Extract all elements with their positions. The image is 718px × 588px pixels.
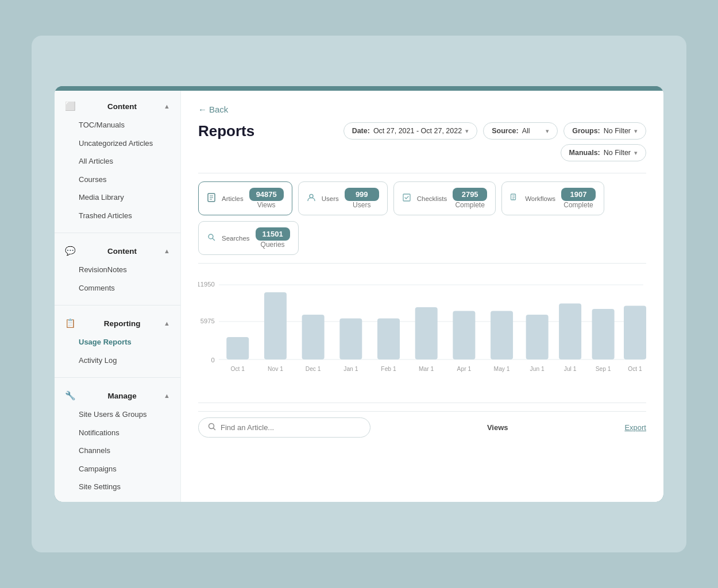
checklists-label: Checklists — [417, 195, 447, 202]
sidebar-item-notifications[interactable]: Notifications — [55, 424, 180, 442]
sidebar-section-reporting-label: Reporting — [104, 319, 141, 328]
top-bar — [55, 86, 663, 91]
svg-text:Mar 1: Mar 1 — [419, 366, 434, 372]
svg-rect-28 — [526, 315, 549, 359]
sidebar-header-content2[interactable]: 💬 Content ▲ — [55, 241, 180, 261]
articles-sublabel: Views — [249, 201, 284, 209]
main-content: ← Back Reports Date: Oct 27, 2021 - Oct … — [181, 91, 663, 502]
chevron-up-icon3: ▲ — [164, 320, 170, 327]
sidebar: ⬜ Content ▲ TOC/Manuals Uncategorized Ar… — [55, 91, 181, 502]
stats-row: Articles 94875 Views — [198, 181, 646, 255]
svg-rect-31 — [624, 306, 646, 360]
source-filter[interactable]: Source: All ▾ — [483, 122, 558, 140]
users-icon — [307, 193, 316, 204]
stat-card-searches[interactable]: Searches 11501 Queries — [198, 221, 299, 255]
svg-text:Sep 1: Sep 1 — [596, 366, 611, 372]
groups-filter[interactable]: Groups: No Filter ▾ — [563, 122, 646, 140]
stat-card-users[interactable]: Users 999 Users — [298, 181, 388, 215]
svg-text:Apr 1: Apr 1 — [457, 366, 472, 372]
sidebar-item-site-settings[interactable]: Site Settings — [55, 478, 180, 496]
articles-label: Articles — [222, 195, 244, 202]
svg-rect-20 — [226, 337, 249, 359]
search-wrapper[interactable] — [198, 417, 370, 438]
header-row: Reports Date: Oct 27, 2021 - Oct 27, 202… — [198, 122, 646, 161]
sidebar-item-channels[interactable]: Channels — [55, 442, 180, 460]
manage-icon: 🔧 — [65, 390, 76, 401]
sidebar-item-campaigns[interactable]: Campaigns — [55, 460, 180, 478]
stat-card-checklists[interactable]: Checklists 2795 Complete — [393, 181, 496, 215]
filters-group: Date: Oct 27, 2021 - Oct 27, 2022 ▾ Sour… — [343, 122, 646, 161]
svg-rect-29 — [559, 304, 581, 360]
sidebar-item-comments[interactable]: Comments — [55, 279, 180, 297]
sidebar-header-manage[interactable]: 🔧 Manage ▲ — [55, 386, 180, 405]
sidebar-header-content[interactable]: ⬜ Content ▲ — [55, 96, 180, 116]
sidebar-section-content-label: Content — [107, 102, 137, 111]
divider2 — [55, 305, 180, 305]
export-link[interactable]: Export — [624, 423, 646, 432]
sidebar-section-content2: 💬 Content ▲ RevisionNotes Comments — [55, 235, 180, 303]
chevron-down-icon: ▾ — [465, 127, 469, 135]
users-sublabel: Users — [345, 201, 379, 209]
app-shell: ⬜ Content ▲ TOC/Manuals Uncategorized Ar… — [55, 86, 663, 502]
back-arrow-icon: ← — [198, 105, 207, 114]
sidebar-item-trashed-articles[interactable]: Trashed Articles — [55, 207, 180, 225]
svg-text:Jun 1: Jun 1 — [530, 366, 545, 372]
outer-wrapper: ⬜ Content ▲ TOC/Manuals Uncategorized Ar… — [32, 36, 686, 552]
page-title: Reports — [198, 122, 254, 140]
workflows-sublabel: Complete — [561, 201, 596, 209]
sidebar-item-courses[interactable]: Courses — [55, 171, 180, 189]
filters-row-1: Date: Oct 27, 2021 - Oct 27, 2022 ▾ Sour… — [343, 122, 646, 140]
svg-text:Dec 1: Dec 1 — [306, 366, 321, 372]
chevron-down-icon4: ▾ — [634, 149, 638, 157]
stat-card-articles[interactable]: Articles 94875 Views — [198, 181, 292, 215]
divider-after-header — [198, 173, 646, 173]
chevron-up-icon4: ▲ — [164, 392, 170, 399]
search-input[interactable] — [221, 423, 361, 432]
sidebar-item-uncategorized-articles[interactable]: Uncategorized Articles — [55, 134, 180, 153]
back-link[interactable]: ← Back — [198, 105, 646, 114]
chevron-up-icon2: ▲ — [164, 247, 170, 254]
svg-text:5975: 5975 — [200, 318, 215, 324]
sidebar-item-media-library[interactable]: Media Library — [55, 188, 180, 207]
svg-text:Jul 1: Jul 1 — [564, 366, 577, 372]
date-filter-value: Oct 27, 2021 - Oct 27, 2022 — [373, 127, 462, 135]
back-label: Back — [209, 105, 228, 114]
date-filter-label: Date: — [352, 127, 370, 135]
sidebar-section-content2-label: Content — [107, 247, 137, 256]
workflows-icon — [510, 193, 519, 204]
app-body: ⬜ Content ▲ TOC/Manuals Uncategorized Ar… — [55, 91, 663, 502]
sidebar-item-site-users-groups[interactable]: Site Users & Groups — [55, 405, 180, 424]
sidebar-item-revision-notes[interactable]: RevisionNotes — [55, 261, 180, 279]
svg-text:11950: 11950 — [198, 281, 215, 288]
sidebar-item-usage-reports[interactable]: Usage Reports — [55, 333, 180, 351]
svg-text:Jan 1: Jan 1 — [343, 366, 358, 372]
searches-label: Searches — [222, 235, 250, 242]
filters-row-2: Manuals: No Filter ▾ — [561, 144, 646, 161]
groups-filter-value: No Filter — [604, 127, 631, 135]
comment-icon: 💬 — [65, 246, 76, 256]
manuals-filter[interactable]: Manuals: No Filter ▾ — [561, 144, 646, 161]
users-label: Users — [322, 195, 339, 202]
svg-point-4 — [310, 194, 313, 198]
stat-card-workflows[interactable]: Workflows 1907 Complete — [501, 181, 604, 215]
sidebar-header-reporting[interactable]: 📋 Reporting ▲ — [55, 314, 180, 333]
source-filter-value: All — [522, 127, 530, 135]
sidebar-item-activity-log[interactable]: Activity Log — [55, 351, 180, 370]
svg-text:May 1: May 1 — [494, 366, 510, 372]
source-filter-label: Source: — [492, 127, 519, 135]
chevron-up-icon: ▲ — [164, 103, 170, 110]
sidebar-section-manage-label: Manage — [107, 392, 136, 400]
sidebar-item-toc-manuals[interactable]: TOC/Manuals — [55, 116, 180, 134]
sidebar-section-manage: 🔧 Manage ▲ Site Users & Groups Notificat… — [55, 380, 180, 502]
sidebar-item-all-articles[interactable]: All Articles — [55, 152, 180, 171]
divider1 — [55, 233, 180, 233]
svg-rect-24 — [377, 319, 400, 360]
date-filter[interactable]: Date: Oct 27, 2021 - Oct 27, 2022 ▾ — [343, 122, 478, 140]
chevron-down-icon3: ▾ — [634, 127, 638, 135]
svg-rect-23 — [339, 319, 362, 360]
svg-text:0: 0 — [211, 357, 214, 363]
searches-value: 11501 — [256, 227, 290, 241]
svg-rect-27 — [491, 311, 513, 360]
svg-line-13 — [213, 238, 214, 240]
workflows-label: Workflows — [525, 195, 555, 202]
